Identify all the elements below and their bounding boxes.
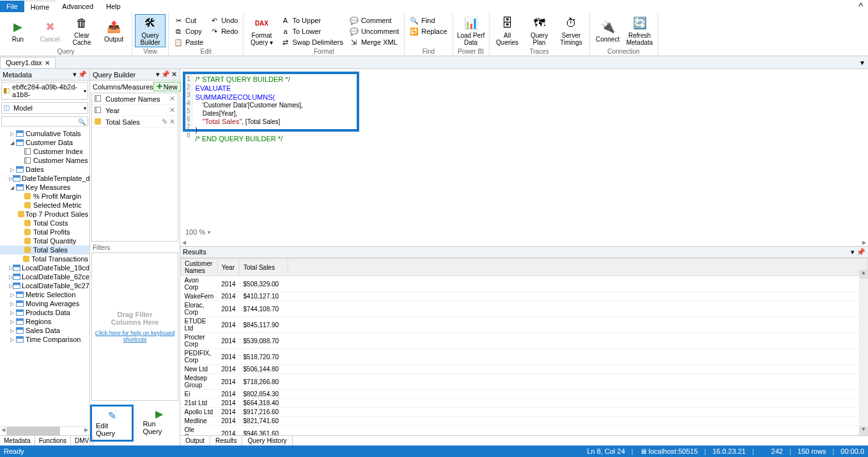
metadata-tree[interactable]: ▷Cumulative Totals◢Customer DataCustomer…	[0, 128, 89, 426]
tree-table[interactable]: ▷Dates	[0, 165, 89, 174]
cut-button[interactable]: ✂Cut	[171, 15, 206, 26]
results-grid[interactable]: Customer NamesYearTotal SalesAvon Corp20…	[180, 258, 868, 435]
run-query-button[interactable]: ▶ Run Query	[139, 405, 180, 442]
query-plan-button[interactable]: 🗺Query Plan	[524, 14, 555, 47]
clear-cache-button[interactable]: 🗑Clear Cache	[66, 14, 97, 47]
query-builder-button[interactable]: 🛠Query Builder	[135, 14, 166, 47]
tree-table[interactable]: ▷LocalDateTable_9c27bc4b-	[0, 281, 89, 290]
metadata-tab[interactable]: Functions	[35, 436, 71, 445]
tree-measure[interactable]: Total Sales	[0, 245, 89, 254]
scroll-right-icon[interactable]: ▶	[860, 240, 868, 245]
table-row[interactable]: PEDIFIX, Corp2014$518,720.70	[181, 349, 868, 365]
table-row[interactable]: New Ltd2014$506,144.80	[181, 365, 868, 374]
paste-button[interactable]: 📋Paste	[171, 37, 206, 47]
redo-button[interactable]: ↷Redo	[207, 26, 240, 36]
menu-file[interactable]: File	[0, 1, 24, 12]
pin-icon[interactable]: ▾	[73, 70, 77, 79]
to-lower-button[interactable]: aTo Lower	[278, 26, 345, 36]
table-row[interactable]: Ei2014$802,854.30	[181, 390, 868, 399]
format-query-button[interactable]: DAXFormat Query ▾	[246, 14, 277, 47]
qb-item[interactable]: Total Sales✎✕	[92, 116, 178, 128]
database-selector[interactable]: ◧ ebffc284-a09b-4b2d-a1b8-▾	[1, 82, 88, 100]
tree-measure[interactable]: Top 7 Product Sales	[0, 210, 89, 219]
table-row[interactable]: Avon Corp2014$508,329.00	[181, 276, 868, 292]
tree-measure[interactable]: Total Costs	[0, 219, 89, 228]
help-link[interactable]: Click here for help on keyboard shortcut…	[92, 330, 178, 343]
column-header[interactable]: Total Sales	[240, 259, 288, 276]
metadata-hscroll[interactable]: ◀ ▶	[0, 426, 89, 435]
table-row[interactable]: Elorac, Corp2014$744,108.70	[181, 301, 868, 317]
table-row[interactable]: Procter Corp2014$539,088.70	[181, 333, 868, 349]
table-row[interactable]: 21st Ltd2014$664,318.40	[181, 399, 868, 408]
load-perf-button[interactable]: 📊Load Perf Data	[456, 14, 486, 47]
qb-item[interactable]: Year✕	[92, 105, 178, 116]
new-measure-button[interactable]: ✚New	[153, 82, 181, 91]
metadata-tab[interactable]: Metadata	[0, 436, 35, 445]
server-timings-button[interactable]: ⏱Server Timings	[556, 14, 587, 47]
connect-button[interactable]: 🔌Connect	[593, 14, 623, 47]
tree-table[interactable]: ▷Products Data	[0, 308, 89, 317]
tree-table[interactable]: ▷Cumulative Totals	[0, 129, 89, 138]
results-vscroll[interactable]: ▲ ▼	[859, 270, 868, 435]
column-header[interactable]: Customer Names	[181, 259, 218, 276]
table-row[interactable]: Medsep Group2014$718,266.80	[181, 374, 868, 390]
tree-col[interactable]: Customer Index	[0, 147, 89, 156]
tree-measure[interactable]: Total Transactions	[0, 254, 89, 263]
uncomment-button[interactable]: 💬Uncomment	[347, 26, 401, 36]
tree-table[interactable]: ▷Regions	[0, 317, 89, 326]
find-button[interactable]: 🔍Find	[407, 15, 449, 26]
output-button[interactable]: 📤Output	[98, 14, 129, 47]
results-tab[interactable]: Results	[210, 436, 242, 445]
replace-button[interactable]: 🔁Replace	[407, 26, 449, 36]
all-queries-button[interactable]: 🗄All Queries	[492, 14, 523, 47]
table-row[interactable]: Medline2014$821,741.60	[181, 417, 868, 426]
tree-table[interactable]: ◢Customer Data	[0, 138, 89, 147]
menu-help[interactable]: Help	[100, 1, 127, 12]
menu-home[interactable]: Home	[24, 1, 56, 13]
tree-measure[interactable]: Total Quantity	[0, 236, 89, 245]
tree-table[interactable]: ▷Time Comparison	[0, 335, 89, 344]
tree-table[interactable]: ◢Key Measures	[0, 183, 89, 192]
tree-table[interactable]: ▷DateTableTemplate_d095fb	[0, 174, 89, 183]
qb-item[interactable]: Customer Names✕	[92, 93, 178, 105]
tree-col[interactable]: Customer Names	[0, 156, 89, 165]
tree-table[interactable]: ▷Moving Averages	[0, 299, 89, 308]
swap-delim-button[interactable]: ⇄Swap Delimiters	[278, 37, 345, 47]
run-button[interactable]: ▶Run	[3, 14, 33, 47]
pin2-icon[interactable]: 📌	[78, 70, 87, 79]
close-icon[interactable]: ✕	[45, 59, 50, 66]
edit-query-button[interactable]: ✎ Edit Query	[90, 405, 134, 442]
model-selector[interactable]: ◫ Model▾	[1, 102, 88, 114]
ribbon-collapse-icon[interactable]: ^	[853, 1, 868, 12]
column-header[interactable]: Year	[217, 259, 239, 276]
table-row[interactable]: Ole Group2014$946,361.60	[181, 426, 868, 436]
scroll-left-icon[interactable]: ◀	[180, 240, 188, 245]
qb-items-list[interactable]: Customer Names✕Year✕Total Sales✎✕	[91, 93, 178, 242]
tree-table[interactable]: ▷LocalDateTable_62cef255-0	[0, 272, 89, 281]
scroll-down-icon[interactable]: ▼	[859, 426, 868, 435]
tree-measure[interactable]: Total Profits	[0, 228, 89, 236]
new-document-icon[interactable]: ▾	[856, 58, 868, 67]
tree-table[interactable]: ▷LocalDateTable_19cdc2e1-	[0, 263, 89, 272]
close-icon[interactable]: ✕	[171, 70, 177, 79]
results-tab[interactable]: Query History	[242, 436, 292, 445]
to-upper-button[interactable]: ATo Upper	[278, 15, 345, 26]
filters-dropzone[interactable]: Drag Filter Columns Here Click here for …	[91, 252, 178, 401]
chevron-down-icon[interactable]: ▾	[208, 229, 210, 235]
zoom-level[interactable]: 100 %	[185, 228, 205, 236]
undo-button[interactable]: ↶Undo	[207, 15, 240, 26]
tree-measure[interactable]: % Profit Margin	[0, 192, 89, 201]
scroll-up-icon[interactable]: ▲	[859, 270, 868, 279]
table-row[interactable]: Apollo Ltd2014$917,216.60	[181, 408, 868, 417]
menu-advanced[interactable]: Advanced	[56, 1, 100, 12]
code-editor[interactable]: 12345678 /* START QUERY BUILDER */EVALUA…	[183, 72, 359, 132]
table-row[interactable]: ETUDE Ltd2014$845,117.90	[181, 317, 868, 333]
tree-table[interactable]: ▷Sales Data	[0, 326, 89, 335]
code-content[interactable]: /* START QUERY BUILDER */EVALUATESUMMARI…	[193, 74, 306, 129]
document-tab[interactable]: Query1.dax✕	[0, 57, 56, 68]
comment-button[interactable]: 💬Comment	[347, 15, 401, 26]
metadata-search[interactable]: 🔍	[1, 116, 88, 127]
merge-xml-button[interactable]: ⇲Merge XML	[347, 37, 401, 47]
copy-button[interactable]: ⧉Copy	[171, 26, 206, 36]
table-row[interactable]: WakeFern2014$410,127.10	[181, 292, 868, 301]
